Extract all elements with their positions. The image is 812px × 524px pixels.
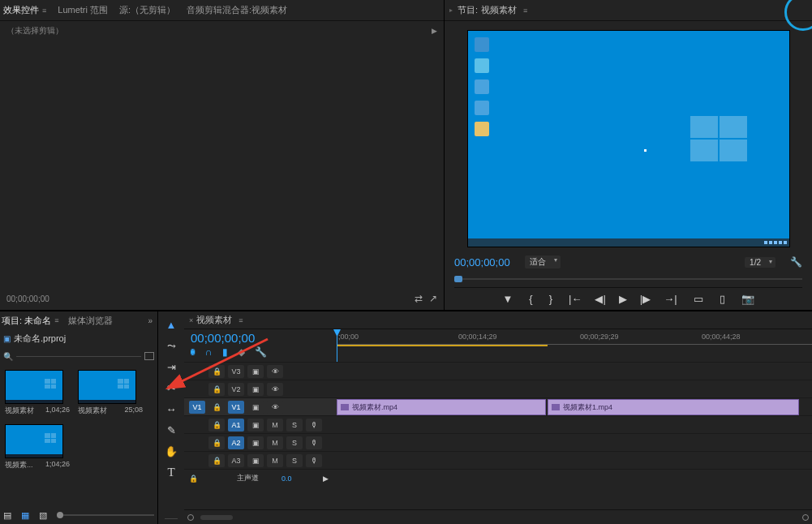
settings-icon[interactable]: ◆ xyxy=(238,346,245,358)
marker-icon[interactable]: ▮ xyxy=(222,346,228,358)
mic-icon[interactable]: 🎙 xyxy=(306,454,322,467)
type-tool[interactable]: T xyxy=(163,464,179,480)
lock-icon[interactable]: 🔒 xyxy=(208,419,225,432)
track-label[interactable]: A2 xyxy=(228,436,244,449)
lane-v1[interactable]: 视频素材.mp4 视频素材1.mp4 xyxy=(337,397,812,415)
track-header-v3[interactable]: 🔒 V3 ▣ 👁 xyxy=(184,362,337,380)
sequence-name[interactable]: 视频素材 xyxy=(196,314,232,326)
settings-wrench-icon[interactable]: 🔧 xyxy=(790,256,802,268)
play-button[interactable]: ▶ xyxy=(619,293,627,305)
sync-lock-icon[interactable]: ▣ xyxy=(247,365,264,378)
mic-icon[interactable]: 🎙 xyxy=(306,436,322,449)
lock-icon[interactable]: 🔒 xyxy=(208,365,225,378)
zoom-dropdown[interactable]: 1/2 xyxy=(745,257,775,268)
tab-project[interactable]: 项目: 未命名 ≡ xyxy=(2,315,58,327)
close-sequence-icon[interactable]: × xyxy=(189,316,193,324)
step-back-button[interactable]: ◀| xyxy=(595,293,605,305)
tab-audio-mixer[interactable]: 音频剪辑混合器:视频素材 xyxy=(187,4,287,16)
tab-lumetri[interactable]: Lumetri 范围 xyxy=(58,4,108,16)
project-item[interactable]: 视频素材25;08 xyxy=(78,370,143,416)
mic-icon[interactable]: 🎙 xyxy=(306,419,322,432)
eye-icon[interactable]: 👁 xyxy=(267,365,283,378)
lock-icon[interactable]: 🔒 xyxy=(189,475,198,483)
go-to-out-button[interactable]: →| xyxy=(664,293,677,305)
go-to-in-button[interactable]: |← xyxy=(569,293,582,305)
freeform-view-icon[interactable]: ▧ xyxy=(39,510,47,521)
mute-button[interactable]: M xyxy=(267,454,283,467)
track-header-v2[interactable]: 🔒 V2 ▣ 👁 xyxy=(184,380,337,397)
timeline-clip[interactable]: 视频素材1.mp4 xyxy=(548,399,799,415)
mark-out-button[interactable]: } xyxy=(549,293,552,305)
lock-icon[interactable]: 🔒 xyxy=(208,383,225,396)
lock-icon[interactable]: 🔒 xyxy=(208,454,225,467)
program-title[interactable]: 视频素材 xyxy=(481,4,517,16)
expand-panel-icon[interactable]: » xyxy=(148,316,156,325)
lift-button[interactable]: ▭ xyxy=(694,293,703,305)
zoom-indicator[interactable] xyxy=(802,514,809,521)
linked-selection-icon[interactable]: ∩ xyxy=(205,346,213,358)
project-item[interactable]: 视频素材1,04;26 xyxy=(5,370,70,416)
track-label[interactable]: A1 xyxy=(228,419,244,432)
track-header-a2[interactable]: 🔒 A2 ▣ M S 🎙 xyxy=(184,433,337,451)
panel-menu-icon[interactable]: ≡ xyxy=(523,6,527,15)
lane-a2[interactable] xyxy=(337,433,812,451)
selection-tool[interactable]: ▲ xyxy=(163,316,179,333)
timeline-clip[interactable]: 视频素材.mp4 xyxy=(337,399,546,415)
mute-button[interactable]: M xyxy=(267,419,283,432)
lane-a1[interactable] xyxy=(337,415,812,433)
add-marker-button[interactable]: ▼ xyxy=(502,293,513,305)
lane-v3[interactable] xyxy=(337,362,812,380)
bin-view-icon[interactable] xyxy=(144,352,154,360)
export-frame-button[interactable]: 📷 xyxy=(741,293,754,305)
arrowhead-icon[interactable]: ▶ xyxy=(323,475,329,483)
master-value[interactable]: 0.0 xyxy=(281,475,292,483)
panel-menu-icon[interactable]: ≡ xyxy=(42,6,46,15)
sync-lock-icon[interactable]: ▣ xyxy=(247,401,264,414)
lock-icon[interactable]: 🔒 xyxy=(208,401,225,414)
track-select-tool[interactable]: ⤳ xyxy=(163,337,179,354)
razor-tool[interactable]: ✂ xyxy=(163,380,179,396)
lane-v2[interactable] xyxy=(337,380,812,397)
extract-button[interactable]: ▯ xyxy=(720,293,725,305)
zoom-out-icon[interactable] xyxy=(187,514,194,521)
solo-button[interactable]: S xyxy=(286,454,303,467)
toggle-icon-b[interactable]: ↗ xyxy=(429,293,437,304)
panel-menu-icon[interactable]: ≡ xyxy=(54,316,58,324)
track-label[interactable]: V1 xyxy=(228,401,244,414)
lane-master[interactable] xyxy=(337,469,812,487)
sync-lock-icon[interactable]: ▣ xyxy=(247,419,264,432)
sync-lock-icon[interactable]: ▣ xyxy=(247,383,264,396)
project-item[interactable]: 视频素...1;04;26 xyxy=(5,424,70,470)
eye-icon[interactable]: 👁 xyxy=(267,401,283,414)
fit-dropdown[interactable]: 适合 xyxy=(525,256,561,268)
toggle-icon-a[interactable]: ⇄ xyxy=(415,293,423,304)
eye-icon[interactable]: 👁 xyxy=(267,383,283,396)
master-track-header[interactable]: 🔒 主声道 0.0 ▶ xyxy=(184,469,337,487)
solo-button[interactable]: S xyxy=(286,436,303,449)
ripple-edit-tool[interactable]: ⇥ xyxy=(163,359,179,375)
panel-menu-icon[interactable]: ≡ xyxy=(238,316,243,324)
solo-button[interactable]: S xyxy=(286,419,303,432)
icon-view-icon[interactable]: ▦ xyxy=(21,510,29,521)
source-patch[interactable]: V1 xyxy=(189,401,205,414)
slip-tool[interactable]: ↔ xyxy=(163,401,179,417)
tab-source[interactable]: 源:（无剪辑） xyxy=(119,4,175,16)
expand-icon[interactable]: ▶ xyxy=(432,27,437,35)
mark-in-button[interactable]: { xyxy=(529,293,532,305)
track-lanes[interactable]: 视频素材.mp4 视频素材1.mp4 xyxy=(337,362,812,509)
program-monitor[interactable] xyxy=(445,21,812,251)
tab-media-browser[interactable]: 媒体浏览器 xyxy=(68,315,113,327)
step-forward-button[interactable]: |▶ xyxy=(640,293,651,305)
wrench-icon[interactable]: 🔧 xyxy=(255,346,267,358)
zoom-scrollbar[interactable] xyxy=(200,515,233,520)
hand-tool[interactable]: ✋ xyxy=(163,443,179,459)
lock-icon[interactable]: 🔒 xyxy=(208,436,225,449)
timeline-ruler[interactable]: ;00;00 00;00;14;29 00;00;29;29 00;00;44;… xyxy=(337,329,812,362)
program-timecode[interactable]: 00;00;00;00 xyxy=(454,256,510,268)
track-header-a3[interactable]: 🔒 A3 ▣ M S 🎙 xyxy=(184,451,337,469)
pen-tool[interactable]: ✎ xyxy=(163,422,179,438)
list-view-icon[interactable]: ▤ xyxy=(3,510,11,521)
track-header-v1[interactable]: V1 🔒 V1 ▣ 👁 xyxy=(184,397,337,415)
program-scrubber[interactable] xyxy=(454,274,802,284)
sync-lock-icon[interactable]: ▣ xyxy=(247,454,264,467)
